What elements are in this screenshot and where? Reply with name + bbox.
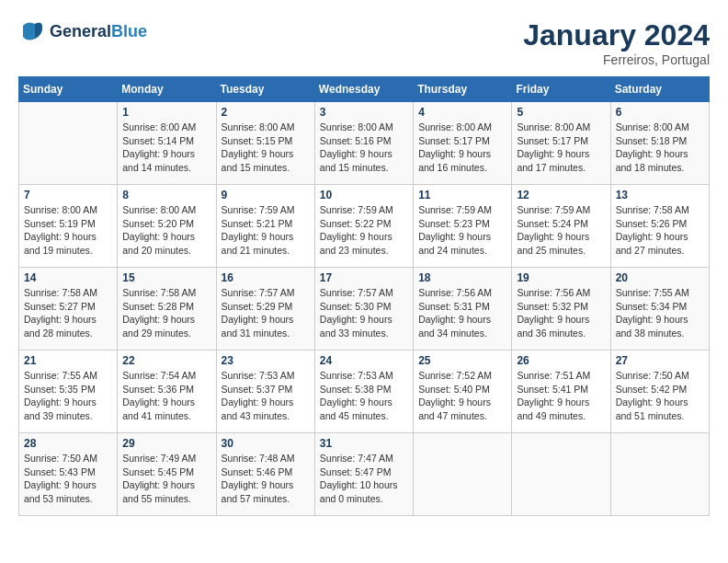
day-number: 8: [122, 189, 210, 201]
calendar-cell: 20Sunrise: 7:55 AMSunset: 5:34 PMDayligh…: [610, 268, 709, 350]
calendar-cell: 23Sunrise: 7:53 AMSunset: 5:37 PMDayligh…: [216, 350, 314, 433]
calendar-cell: 1Sunrise: 8:00 AMSunset: 5:14 PMDaylight…: [118, 102, 216, 185]
day-detail: Sunrise: 7:56 AMSunset: 5:31 PMDaylight:…: [418, 286, 506, 340]
day-detail: Sunrise: 7:52 AMSunset: 5:40 PMDaylight:…: [418, 369, 506, 423]
calendar-cell: 19Sunrise: 7:56 AMSunset: 5:32 PMDayligh…: [512, 268, 610, 350]
calendar-cell: 13Sunrise: 7:58 AMSunset: 5:26 PMDayligh…: [610, 185, 709, 268]
calendar-cell: 24Sunrise: 7:53 AMSunset: 5:38 PMDayligh…: [314, 350, 413, 433]
day-number: 3: [320, 106, 408, 119]
day-number: 18: [418, 271, 506, 284]
title-block: January 2024 Ferreiros, Portugal: [523, 18, 710, 67]
day-number: 31: [320, 437, 408, 450]
calendar-cell: 6Sunrise: 8:00 AMSunset: 5:18 PMDaylight…: [610, 102, 709, 185]
day-number: 2: [222, 106, 310, 119]
day-detail: Sunrise: 7:57 AMSunset: 5:30 PMDaylight:…: [320, 286, 408, 340]
day-detail: Sunrise: 7:54 AMSunset: 5:36 PMDaylight:…: [122, 369, 210, 423]
day-detail: Sunrise: 8:00 AMSunset: 5:17 PMDaylight:…: [418, 121, 506, 175]
weekday-header: Tuesday: [216, 77, 314, 102]
calendar-cell: 7Sunrise: 8:00 AMSunset: 5:19 PMDaylight…: [19, 185, 118, 268]
day-number: 21: [24, 354, 112, 367]
calendar-cell: 5Sunrise: 8:00 AMSunset: 5:17 PMDaylight…: [512, 102, 610, 185]
month-title: January 2024: [523, 18, 710, 52]
calendar-cell: 16Sunrise: 7:57 AMSunset: 5:29 PMDayligh…: [216, 268, 314, 350]
page-header: GeneralBlue January 2024 Ferreiros, Port…: [18, 18, 710, 67]
calendar-cell: 9Sunrise: 7:59 AMSunset: 5:21 PMDaylight…: [216, 185, 314, 268]
weekday-header: Thursday: [414, 77, 512, 102]
day-number: 24: [320, 354, 408, 367]
logo-icon: [18, 18, 46, 46]
calendar-cell: [19, 102, 118, 185]
calendar-cell: 14Sunrise: 7:58 AMSunset: 5:27 PMDayligh…: [19, 268, 118, 350]
calendar-cell: 22Sunrise: 7:54 AMSunset: 5:36 PMDayligh…: [118, 350, 216, 433]
calendar-week-row: 21Sunrise: 7:55 AMSunset: 5:35 PMDayligh…: [19, 350, 710, 433]
day-number: 11: [418, 189, 506, 201]
calendar-cell: 18Sunrise: 7:56 AMSunset: 5:31 PMDayligh…: [414, 268, 512, 350]
day-detail: Sunrise: 7:56 AMSunset: 5:32 PMDaylight:…: [517, 286, 605, 340]
weekday-header: Monday: [118, 77, 216, 102]
day-detail: Sunrise: 7:58 AMSunset: 5:28 PMDaylight:…: [122, 286, 210, 340]
day-number: 4: [418, 106, 506, 119]
calendar-week-row: 28Sunrise: 7:50 AMSunset: 5:43 PMDayligh…: [19, 433, 710, 516]
weekday-row: SundayMondayTuesdayWednesdayThursdayFrid…: [19, 77, 710, 102]
calendar-body: 1Sunrise: 8:00 AMSunset: 5:14 PMDaylight…: [19, 102, 710, 516]
day-detail: Sunrise: 8:00 AMSunset: 5:16 PMDaylight:…: [320, 121, 408, 175]
day-number: 15: [122, 271, 210, 284]
day-detail: Sunrise: 8:00 AMSunset: 5:19 PMDaylight:…: [24, 203, 112, 258]
day-number: 13: [616, 189, 704, 201]
day-detail: Sunrise: 7:59 AMSunset: 5:22 PMDaylight:…: [320, 203, 408, 258]
day-detail: Sunrise: 8:00 AMSunset: 5:17 PMDaylight:…: [517, 121, 605, 175]
day-number: 20: [616, 271, 704, 284]
day-detail: Sunrise: 7:59 AMSunset: 5:23 PMDaylight:…: [418, 203, 506, 258]
day-detail: Sunrise: 8:00 AMSunset: 5:18 PMDaylight:…: [616, 121, 704, 175]
calendar-cell: 21Sunrise: 7:55 AMSunset: 5:35 PMDayligh…: [19, 350, 118, 433]
day-number: 16: [222, 271, 310, 284]
calendar-cell: 29Sunrise: 7:49 AMSunset: 5:45 PMDayligh…: [118, 433, 216, 516]
day-detail: Sunrise: 8:00 AMSunset: 5:20 PMDaylight:…: [122, 203, 210, 258]
day-number: 14: [24, 271, 112, 284]
calendar-cell: 12Sunrise: 7:59 AMSunset: 5:24 PMDayligh…: [512, 185, 610, 268]
day-detail: Sunrise: 7:55 AMSunset: 5:34 PMDaylight:…: [616, 286, 704, 340]
calendar-cell: 30Sunrise: 7:48 AMSunset: 5:46 PMDayligh…: [216, 433, 314, 516]
day-number: 5: [517, 106, 605, 119]
day-number: 26: [517, 354, 605, 367]
calendar-cell: 25Sunrise: 7:52 AMSunset: 5:40 PMDayligh…: [414, 350, 512, 433]
day-number: 22: [122, 354, 210, 367]
calendar-week-row: 14Sunrise: 7:58 AMSunset: 5:27 PMDayligh…: [19, 268, 710, 350]
day-detail: Sunrise: 7:57 AMSunset: 5:29 PMDaylight:…: [222, 286, 310, 340]
day-detail: Sunrise: 7:48 AMSunset: 5:46 PMDaylight:…: [222, 452, 310, 506]
day-number: 1: [122, 106, 210, 119]
day-number: 29: [122, 437, 210, 450]
weekday-header: Saturday: [610, 77, 709, 102]
day-number: 9: [222, 189, 310, 201]
day-detail: Sunrise: 7:51 AMSunset: 5:41 PMDaylight:…: [517, 369, 605, 423]
calendar-cell: 8Sunrise: 8:00 AMSunset: 5:20 PMDaylight…: [118, 185, 216, 268]
day-number: 17: [320, 271, 408, 284]
calendar-cell: 2Sunrise: 8:00 AMSunset: 5:15 PMDaylight…: [216, 102, 314, 185]
day-detail: Sunrise: 7:59 AMSunset: 5:21 PMDaylight:…: [222, 203, 310, 258]
calendar-cell: [610, 433, 709, 516]
calendar-cell: 10Sunrise: 7:59 AMSunset: 5:22 PMDayligh…: [314, 185, 413, 268]
calendar-cell: 4Sunrise: 8:00 AMSunset: 5:17 PMDaylight…: [414, 102, 512, 185]
day-detail: Sunrise: 7:49 AMSunset: 5:45 PMDaylight:…: [122, 452, 210, 506]
day-number: 7: [24, 189, 112, 201]
day-number: 12: [517, 189, 605, 201]
day-number: 27: [616, 354, 704, 367]
day-detail: Sunrise: 8:00 AMSunset: 5:15 PMDaylight:…: [222, 121, 310, 175]
day-detail: Sunrise: 7:58 AMSunset: 5:27 PMDaylight:…: [24, 286, 112, 340]
calendar-cell: 3Sunrise: 8:00 AMSunset: 5:16 PMDaylight…: [314, 102, 413, 185]
calendar-cell: 27Sunrise: 7:50 AMSunset: 5:42 PMDayligh…: [610, 350, 709, 433]
day-detail: Sunrise: 7:59 AMSunset: 5:24 PMDaylight:…: [517, 203, 605, 258]
day-number: 25: [418, 354, 506, 367]
day-detail: Sunrise: 7:50 AMSunset: 5:42 PMDaylight:…: [616, 369, 704, 423]
weekday-header: Sunday: [19, 77, 118, 102]
day-detail: Sunrise: 7:50 AMSunset: 5:43 PMDaylight:…: [24, 452, 112, 506]
day-detail: Sunrise: 7:55 AMSunset: 5:35 PMDaylight:…: [24, 369, 112, 423]
day-number: 28: [24, 437, 112, 450]
day-detail: Sunrise: 7:47 AMSunset: 5:47 PMDaylight:…: [320, 452, 408, 506]
day-detail: Sunrise: 7:53 AMSunset: 5:37 PMDaylight:…: [222, 369, 310, 423]
calendar-week-row: 7Sunrise: 8:00 AMSunset: 5:19 PMDaylight…: [19, 185, 710, 268]
calendar-week-row: 1Sunrise: 8:00 AMSunset: 5:14 PMDaylight…: [19, 102, 710, 185]
weekday-header: Wednesday: [314, 77, 413, 102]
weekday-header: Friday: [512, 77, 610, 102]
day-number: 23: [222, 354, 310, 367]
